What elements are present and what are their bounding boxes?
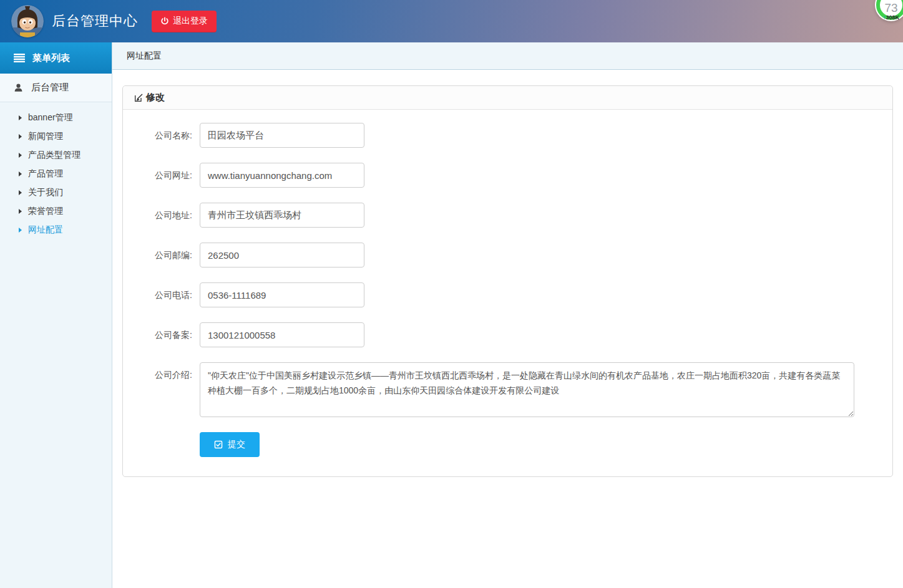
form-row-company-name: 公司名称: [123, 123, 892, 148]
caret-right-icon [19, 153, 22, 158]
sidebar-item-banner[interactable]: banner管理 [0, 108, 112, 127]
sidebar-item-site-config[interactable]: 网址配置 [0, 221, 112, 239]
sidebar-item-product[interactable]: 产品管理 [0, 165, 112, 183]
main-area: 网址配置 修改 公司名称: [112, 42, 903, 588]
list-icon [14, 54, 25, 62]
sidebar: 菜单列表 后台管理 banner管理 新闻管理 [0, 42, 112, 588]
company-zip-input[interactable] [200, 243, 364, 267]
network-speed-widget[interactable]: 73 ↑308K [876, 0, 903, 20]
page-title: 后台管理中心 [52, 12, 138, 31]
form-row-company-phone: 公司电话: [123, 282, 892, 307]
submit-label: 提交 [228, 439, 245, 450]
user-icon [14, 83, 23, 92]
check-square-icon [214, 440, 223, 449]
company-intro-textarea[interactable] [200, 362, 854, 417]
company-icp-label: 公司备案: [123, 322, 200, 347]
menu-item-label: 荣誉管理 [28, 206, 63, 217]
logout-button[interactable]: 退出登录 [152, 11, 217, 32]
menu-item-label: 网址配置 [28, 224, 63, 236]
company-address-input[interactable] [200, 203, 364, 228]
menu-item-label: banner管理 [28, 112, 73, 123]
company-icp-input[interactable] [200, 322, 364, 347]
form-row-company-intro: 公司介绍: [123, 362, 892, 417]
menu-item-label: 关于我们 [28, 187, 63, 198]
company-url-input[interactable] [200, 163, 364, 188]
menu-item-label: 新闻管理 [28, 131, 63, 142]
caret-right-icon [19, 115, 22, 120]
company-name-input[interactable] [200, 123, 364, 148]
edit-panel: 修改 公司名称: 公司网址: 公司地址: [122, 85, 893, 477]
avatar [11, 5, 44, 37]
company-phone-input[interactable] [200, 282, 364, 307]
caret-right-icon [19, 134, 22, 139]
tab-site-config[interactable]: 网址配置 [127, 51, 162, 62]
edit-icon [134, 93, 144, 103]
page: 后台管理中心 退出登录 73 ↑308K 菜单列表 [0, 0, 903, 588]
company-phone-label: 公司电话: [123, 282, 200, 307]
sidebar-item-about[interactable]: 关于我们 [0, 183, 112, 202]
panel-header: 修改 [123, 86, 892, 110]
power-icon [160, 17, 169, 26]
avatar-illustration [11, 5, 44, 37]
panel-body: 公司名称: 公司网址: 公司地址: 公司邮编: [123, 110, 892, 457]
caret-right-icon [19, 190, 22, 195]
form-row-company-url: 公司网址: [123, 163, 892, 188]
company-zip-label: 公司邮编: [123, 243, 200, 267]
logout-label: 退出登录 [173, 16, 208, 27]
panel-title: 修改 [146, 92, 165, 104]
caret-right-icon [19, 209, 22, 214]
top-header: 后台管理中心 退出登录 73 ↑308K [0, 0, 903, 42]
form-row-company-address: 公司地址: [123, 203, 892, 228]
sidebar-section-label: 后台管理 [31, 82, 69, 94]
network-speed-value: 73 [884, 2, 897, 14]
sidebar-item-product-type[interactable]: 产品类型管理 [0, 146, 112, 165]
sidebar-section-admin[interactable]: 后台管理 [0, 74, 112, 102]
sidebar-item-honor[interactable]: 荣誉管理 [0, 202, 112, 221]
submit-button[interactable]: 提交 [200, 432, 260, 457]
sidebar-menu-header: 菜单列表 [0, 42, 112, 74]
upload-speed: ↑308K [883, 14, 899, 21]
upload-speed-value: 308K [886, 14, 899, 21]
caret-right-icon [19, 171, 22, 176]
tab-bar: 网址配置 [112, 42, 903, 70]
content-area: 修改 公司名称: 公司网址: 公司地址: [112, 70, 903, 588]
sidebar-menu: banner管理 新闻管理 产品类型管理 产品管理 关于我们 [0, 102, 112, 239]
sidebar-item-news[interactable]: 新闻管理 [0, 127, 112, 146]
form-row-company-icp: 公司备案: [123, 322, 892, 347]
company-url-label: 公司网址: [123, 163, 200, 188]
company-name-label: 公司名称: [123, 123, 200, 148]
body-wrap: 菜单列表 后台管理 banner管理 新闻管理 [0, 42, 903, 588]
company-address-label: 公司地址: [123, 203, 200, 228]
caret-right-icon [19, 228, 22, 233]
form-row-company-zip: 公司邮编: [123, 243, 892, 267]
sidebar-menu-header-label: 菜单列表 [32, 52, 70, 64]
menu-item-label: 产品管理 [28, 168, 63, 180]
menu-item-label: 产品类型管理 [28, 150, 81, 161]
company-intro-label: 公司介绍: [123, 362, 200, 417]
